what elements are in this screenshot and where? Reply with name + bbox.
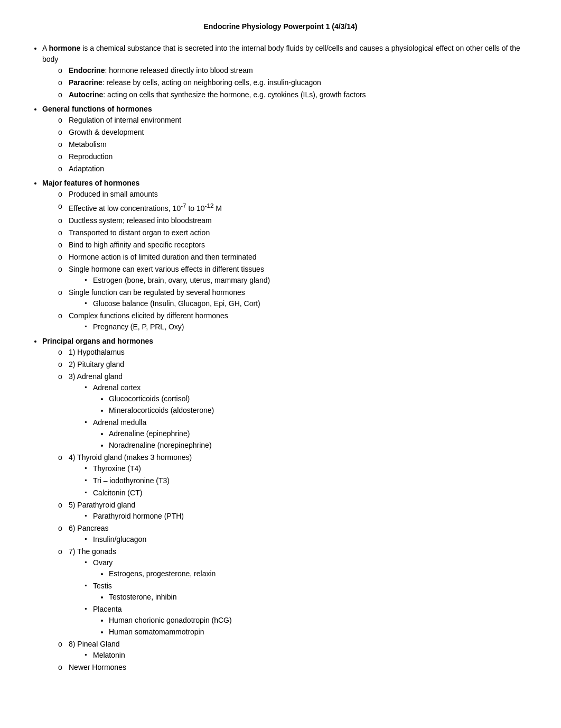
list-item-hcg: Human chorionic gonadotropin (hCG) <box>109 615 529 626</box>
list-item-glucocorticoids: Glucocorticoids (cortisol) <box>109 393 529 404</box>
adrenal-sub: Adrenal cortex Glucocorticoids (cortisol… <box>85 382 529 451</box>
list-item-melatonin: Melatonin <box>85 650 529 661</box>
list-item-noradrenaline: Noradrenaline (norepinephrine) <box>109 440 529 451</box>
list-item-autocrine: Autocrine: acting on cells that synthesi… <box>58 89 529 100</box>
single-hormone-sub: Estrogen (bone, brain, ovary, uterus, ma… <box>85 275 529 286</box>
list-item-testis: Testis Testosterone, inhibin <box>85 580 529 603</box>
list-item-somato: Human somatomammotropin <box>109 626 529 638</box>
gonads-sub: Ovary Estrogens, progesterone, relaxin T… <box>85 557 529 638</box>
list-item-transport: Transported to distant organ to exert ac… <box>58 227 529 238</box>
list-item-newer: Newer Hormones <box>58 662 529 673</box>
list-item-gonads: 7) The gonads Ovary Estrogens, progester… <box>58 546 529 638</box>
single-function-sub: Glucose balance (Insulin, Glucagon, Epi,… <box>85 298 529 309</box>
list-item-adrenaline: Adrenaline (epinephrine) <box>109 428 529 439</box>
principal-organs-title: Principal organs and hormones <box>42 337 153 345</box>
list-item-principal-organs: Principal organs and hormones 1) Hypotha… <box>42 336 529 673</box>
list-item-growth: Growth & development <box>58 127 529 138</box>
list-item-adrenal-medulla: Adrenal medulla Adrenaline (epinephrine)… <box>85 417 529 451</box>
list-item-adrenal: 3) Adrenal gland Adrenal cortex Glucocor… <box>58 371 529 451</box>
list-item-pineal: 8) Pineal Gland Melatonin <box>58 639 529 661</box>
list-item-major-features: Major features of hormones Produced in s… <box>42 178 529 333</box>
list-item-single-function: Single function can be regulated by seve… <box>58 287 529 309</box>
list-item-parathyroid: 5) Parathyroid gland Parathyroid hormone… <box>58 500 529 522</box>
hormone-subtypes: Endocrine: hormone released directly int… <box>58 65 529 100</box>
list-item-insulin: Insulin/glucagon <box>85 534 529 545</box>
pancreas-sub: Insulin/glucagon <box>85 534 529 545</box>
page-title: Endocrine Physiology Powerpoint 1 (4/3/1… <box>32 21 529 32</box>
organs-list: 1) Hypothalamus 2) Pituitary gland 3) Ad… <box>58 347 529 673</box>
list-item-ductless: Ductless system; released into bloodstre… <box>58 215 529 226</box>
list-item-placenta: Placenta Human chorionic gonadotropin (h… <box>85 604 529 638</box>
list-item-calcitonin: Calcitonin (CT) <box>85 487 529 499</box>
list-item-pituitary: 2) Pituitary gland <box>58 359 529 370</box>
general-functions-list: Regulation of internal environment Growt… <box>58 115 529 174</box>
list-item-small-amounts: Produced in small amounts <box>58 189 529 200</box>
list-item-hormone: A hormone is a chemical substance that i… <box>42 43 529 100</box>
list-item-testosterone: Testosterone, inhibin <box>109 592 529 603</box>
list-item-pancreas: 6) Pancreas Insulin/glucagon <box>58 523 529 545</box>
general-functions-title: General functions of hormones <box>42 105 152 113</box>
list-item-estrogens: Estrogens, progesterone, relaxin <box>109 568 529 579</box>
list-item-single-hormone: Single hormone can exert various effects… <box>58 264 529 286</box>
placenta-sub: Human chorionic gonadotropin (hCG) Human… <box>109 615 529 638</box>
list-item-glucose: Glucose balance (Insulin, Glucagon, Epi,… <box>85 298 529 309</box>
list-item-ovary: Ovary Estrogens, progesterone, relaxin <box>85 557 529 579</box>
pineal-sub: Melatonin <box>85 650 529 661</box>
major-features-title: Major features of hormones <box>42 179 139 187</box>
list-item-thyroid: 4) Thyroid gland (makes 3 hormones) Thyr… <box>58 452 529 499</box>
cortex-sub: Glucocorticoids (cortisol) Mineralocorti… <box>109 393 529 416</box>
testis-sub: Testosterone, inhibin <box>109 592 529 603</box>
list-item-adaptation: Adaptation <box>58 163 529 174</box>
list-item-pth: Parathyroid hormone (PTH) <box>85 511 529 522</box>
thyroid-sub: Thyroxine (T4) Tri – iodothyronine (T3) … <box>85 463 529 499</box>
list-item-complex-functions: Complex functions elicited by different … <box>58 310 529 333</box>
list-item-thyroxine: Thyroxine (T4) <box>85 463 529 474</box>
medulla-sub: Adrenaline (epinephrine) Noradrenaline (… <box>109 428 529 451</box>
complex-functions-sub: Pregnancy (E, P, PRL, Oxy) <box>85 321 529 333</box>
major-features-list: Produced in small amounts Effective at l… <box>58 189 529 333</box>
ovary-sub: Estrogens, progesterone, relaxin <box>109 568 529 579</box>
list-item-adrenal-cortex: Adrenal cortex Glucocorticoids (cortisol… <box>85 382 529 416</box>
list-item-regulation: Regulation of internal environment <box>58 115 529 126</box>
list-item-paracrine: Paracrine: release by cells, acting on n… <box>58 77 529 88</box>
list-item-general-functions: General functions of hormones Regulation… <box>42 104 529 174</box>
list-item-reproduction: Reproduction <box>58 151 529 162</box>
list-item-mineralocorticoids: Mineralocorticoids (aldosterone) <box>109 405 529 416</box>
list-item-hypothalamus: 1) Hypothalamus <box>58 347 529 358</box>
list-item-t3: Tri – iodothyronine (T3) <box>85 475 529 486</box>
list-item-limited-duration: Hormone action is of limited duration an… <box>58 252 529 263</box>
hormone-text-prefix: A hormone is a chemical substance that i… <box>42 44 520 63</box>
list-item-estrogen: Estrogen (bone, brain, ovary, uterus, ma… <box>85 275 529 286</box>
main-list: A hormone is a chemical substance that i… <box>42 43 529 673</box>
parathyroid-sub: Parathyroid hormone (PTH) <box>85 511 529 522</box>
list-item-pregnancy: Pregnancy (E, P, PRL, Oxy) <box>85 321 529 333</box>
list-item-bind: Bind to high affinity and specific recep… <box>58 239 529 251</box>
list-item-low-conc: Effective at low concentrations, 10-7 to… <box>58 201 529 214</box>
list-item-endocrine: Endocrine: hormone released directly int… <box>58 65 529 76</box>
list-item-metabolism: Metabolism <box>58 139 529 150</box>
